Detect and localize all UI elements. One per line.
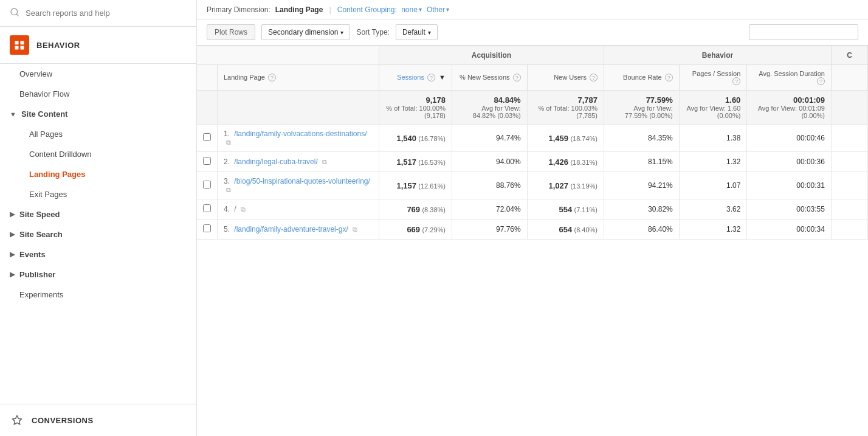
- sidebar-section-site-speed[interactable]: ▶ Site Speed: [0, 204, 196, 224]
- separator1: |: [329, 5, 331, 14]
- row-checkbox-cell[interactable]: [197, 125, 218, 152]
- pages-session-col-header: Pages / Session ?: [679, 65, 747, 91]
- conversions-group-header: C: [831, 46, 867, 65]
- conversions-title: CONVERSIONS: [32, 416, 94, 425]
- conv-cell: [831, 199, 867, 220]
- row-checkbox-cell[interactable]: [197, 172, 218, 199]
- bounce-cell: 30.82%: [604, 199, 680, 220]
- pages-cell: 1.38: [679, 125, 747, 152]
- sessions-sort[interactable]: Sessions: [397, 74, 424, 81]
- row-checkbox[interactable]: [203, 181, 211, 189]
- bounce-value: 94.21%: [648, 181, 673, 190]
- group-header-row: Acquisition Behavior C: [197, 46, 868, 65]
- sidebar-item-all-pages[interactable]: All Pages: [0, 124, 196, 144]
- plot-rows-button[interactable]: Plot Rows: [207, 24, 255, 40]
- site-content-label: Site Content: [21, 109, 68, 119]
- bounce-rate-help-icon[interactable]: ?: [665, 74, 673, 81]
- landing-page-col-header: Landing Page ?: [218, 65, 379, 91]
- other-btn[interactable]: Other ▾: [427, 5, 449, 14]
- row-checkbox-cell[interactable]: [197, 152, 218, 172]
- search-icon: [10, 7, 19, 19]
- new-users-pct: (7.11%): [574, 206, 598, 213]
- content-grouping-btn[interactable]: Content Grouping: none ▾: [337, 5, 422, 14]
- landing-page-link[interactable]: /landing/family-volvacations-destination…: [234, 130, 367, 138]
- pct-new-cell: 94.74%: [452, 125, 527, 152]
- landing-page-link[interactable]: /landing/legal-cuba-travel/: [234, 157, 317, 166]
- landing-page-link[interactable]: /: [234, 205, 236, 213]
- pages-value: 1.07: [726, 181, 740, 190]
- table-search-input[interactable]: [749, 24, 858, 40]
- row-checkbox-cell[interactable]: [197, 220, 218, 240]
- copy-icon[interactable]: ⧉: [226, 139, 231, 147]
- table-row: 5. /landing/family-adventure-travel-gx/ …: [197, 220, 868, 240]
- search-input[interactable]: [26, 9, 187, 18]
- sidebar-item-overview[interactable]: Overview: [0, 64, 196, 84]
- copy-icon[interactable]: ⧉: [322, 158, 327, 166]
- sessions-main: 1,540: [396, 134, 416, 143]
- secondary-dimension-dropdown[interactable]: Secondary dimension ▾: [261, 24, 350, 40]
- copy-icon[interactable]: ⧉: [226, 186, 231, 194]
- conv-cell: [831, 220, 867, 240]
- acquisition-group-header: Acquisition: [379, 46, 604, 65]
- sessions-pct: (7.29%): [422, 226, 446, 234]
- landing-page-cell: 3. /blog/50-inspirational-quotes-volunte…: [218, 172, 379, 199]
- landing-page-link[interactable]: /landing/family-adventure-travel-gx/: [234, 225, 348, 234]
- pct-new-value: 72.04%: [496, 205, 521, 213]
- pages-session-help-icon[interactable]: ?: [732, 77, 740, 85]
- sessions-cell: 769 (8.38%): [379, 199, 452, 220]
- new-users-main: 1,426: [549, 157, 569, 167]
- sidebar-section-site-content[interactable]: ▼ Site Content: [0, 104, 196, 124]
- row-checkbox[interactable]: [203, 224, 211, 232]
- row-checkbox[interactable]: [203, 133, 211, 141]
- new-users-help-icon[interactable]: ?: [590, 74, 598, 81]
- sidebar-item-content-drilldown[interactable]: Content Drilldown: [0, 144, 196, 164]
- row-checkbox[interactable]: [203, 204, 211, 212]
- pages-value: 1.32: [726, 157, 740, 166]
- sidebar-item-behavior-flow[interactable]: Behavior Flow: [0, 84, 196, 104]
- pct-new-help-icon[interactable]: ?: [513, 74, 521, 81]
- new-users-col-header: New Users ?: [527, 65, 604, 91]
- pct-new-sessions-col-header: % New Sessions ?: [452, 65, 527, 91]
- avg-dur-value: 00:00:46: [796, 134, 825, 142]
- row-checkbox-cell[interactable]: [197, 199, 218, 220]
- copy-icon[interactable]: ⧉: [241, 206, 246, 213]
- new-users-main: 654: [559, 225, 572, 234]
- avg-session-help-icon[interactable]: ?: [817, 77, 825, 85]
- sessions-help-icon[interactable]: ?: [427, 74, 435, 81]
- landing-page-help-icon[interactable]: ?: [268, 74, 276, 81]
- conversions-section-header[interactable]: CONVERSIONS: [0, 404, 196, 436]
- sidebar-section-events[interactable]: ▶ Events: [0, 244, 196, 265]
- sort-type-dropdown[interactable]: Default ▾: [396, 24, 438, 40]
- sidebar-item-landing-pages[interactable]: Landing Pages: [0, 164, 196, 184]
- sort-type-value: Default: [402, 28, 425, 36]
- copy-icon[interactable]: ⧉: [353, 226, 357, 234]
- pages-session-label: Pages / Session: [692, 70, 741, 77]
- sessions-cell: 1,540 (16.78%): [379, 125, 452, 152]
- pct-new-sessions-label: % New Sessions: [460, 74, 510, 81]
- avg-dur-value: 00:00:31: [796, 181, 825, 190]
- arrow-right-icon3: ▶: [10, 251, 15, 258]
- primary-dim-value: Landing Page: [275, 5, 323, 14]
- totals-conv: [831, 91, 867, 125]
- avg-dur-cell: 00:00:46: [747, 125, 832, 152]
- new-users-cell: 1,027 (13.19%): [527, 172, 604, 199]
- sidebar-section-site-search[interactable]: ▶ Site Search: [0, 224, 196, 244]
- landing-page-link[interactable]: /blog/50-inspirational-quotes-volunteeri…: [234, 177, 370, 185]
- main-content: Primary Dimension: Landing Page | Conten…: [197, 0, 868, 436]
- avg-dur-cell: 00:03:55: [747, 199, 832, 220]
- pages-value: 1.38: [726, 134, 740, 142]
- search-bar[interactable]: [0, 0, 196, 27]
- sessions-pct: (16.53%): [418, 159, 446, 166]
- publisher-label: Publisher: [19, 270, 55, 279]
- totals-row: 9,178 % of Total: 100.00% (9,178) 84.84%…: [197, 91, 868, 125]
- sidebar-item-experiments[interactable]: Experiments: [0, 285, 196, 305]
- checkbox-header: [197, 65, 218, 91]
- svg-rect-2: [15, 41, 19, 44]
- behavior-section-header: BEHAVIOR: [0, 27, 196, 64]
- other-label: Other: [427, 5, 445, 14]
- row-checkbox[interactable]: [203, 157, 211, 165]
- new-users-cell: 1,459 (18.74%): [527, 125, 604, 152]
- sidebar-item-exit-pages[interactable]: Exit Pages: [0, 184, 196, 204]
- sidebar-section-publisher[interactable]: ▶ Publisher: [0, 265, 196, 285]
- sort-arrow-icon: ▼: [439, 74, 446, 81]
